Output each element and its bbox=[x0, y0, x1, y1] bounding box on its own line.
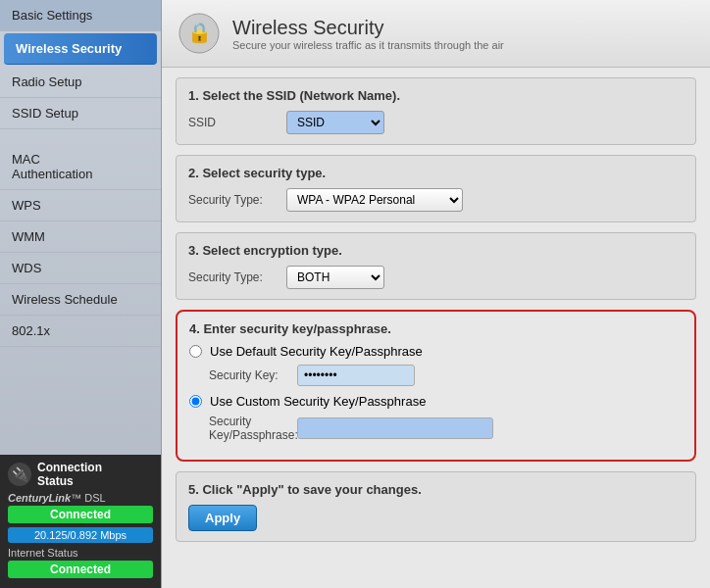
section-2: 2. Select security type. Security Type: … bbox=[176, 155, 696, 222]
apply-button[interactable]: Apply bbox=[188, 505, 257, 531]
section-4-title: 4. Enter security key/passphrase. bbox=[189, 321, 683, 336]
ssid-row: SSID SSID bbox=[188, 111, 684, 134]
sidebar-item-wds[interactable]: WDS bbox=[0, 253, 161, 284]
internet-connected-badge: Connected bbox=[8, 561, 153, 578]
section-5: 5. Click "Apply" to save your changes. A… bbox=[176, 471, 696, 542]
conn-header: 🔌 Connection Status bbox=[8, 461, 153, 488]
security-key-label: Security Key: bbox=[209, 368, 287, 382]
sidebar-item-wireless-schedule[interactable]: Wireless Schedule bbox=[0, 284, 161, 316]
ssid-select[interactable]: SSID bbox=[286, 111, 384, 134]
custom-key-label[interactable]: Use Custom Security Key/Passphrase bbox=[210, 394, 426, 409]
custom-key-radio[interactable] bbox=[189, 395, 202, 408]
default-key-radio[interactable] bbox=[189, 345, 202, 358]
section-3: 3. Select encryption type. Security Type… bbox=[176, 232, 696, 300]
passphrase-row: Security Key/Passphrase: bbox=[209, 415, 683, 442]
connected-badge: Connected bbox=[8, 506, 153, 523]
section-1: 1. Select the SSID (Network Name). SSID … bbox=[176, 77, 696, 145]
section-4: 4. Enter security key/passphrase. Use De… bbox=[176, 310, 696, 462]
isp-label: CenturyLink™ DSL bbox=[8, 492, 153, 504]
sidebar-menu: Basic Settings Wireless Security Radio S… bbox=[0, 0, 161, 455]
default-key-radio-row: Use Default Security Key/Passphrase bbox=[189, 344, 683, 359]
svg-text:🔒: 🔒 bbox=[187, 21, 212, 44]
connection-status-panel: 🔌 Connection Status CenturyLink™ DSL Con… bbox=[0, 455, 161, 588]
page-header: 🔒 Wireless Security Secure your wireless… bbox=[162, 0, 710, 68]
section-3-title: 3. Select encryption type. bbox=[188, 243, 684, 258]
page-title: Wireless Security bbox=[232, 17, 504, 39]
encryption-select[interactable]: BOTH bbox=[286, 266, 384, 289]
main-layout: Basic Settings Wireless Security Radio S… bbox=[0, 0, 710, 588]
sidebar-item-basic-settings[interactable]: Basic Settings bbox=[0, 0, 161, 31]
security-type-select[interactable]: WPA - WPA2 Personal bbox=[286, 188, 463, 212]
page-subtitle: Secure your wireless traffic as it trans… bbox=[232, 39, 504, 51]
sidebar-item-wmm[interactable]: WMM bbox=[0, 221, 161, 253]
security-key-input[interactable] bbox=[297, 365, 415, 386]
custom-key-radio-row: Use Custom Security Key/Passphrase bbox=[189, 394, 683, 409]
content-body: 1. Select the SSID (Network Name). SSID … bbox=[162, 68, 710, 562]
section-1-title: 1. Select the SSID (Network Name). bbox=[188, 88, 684, 103]
wireless-security-icon: 🔒 bbox=[178, 12, 221, 55]
sidebar-item-radio-setup[interactable]: Radio Setup bbox=[0, 67, 161, 98]
sidebar-item-wireless-security[interactable]: Wireless Security bbox=[4, 33, 157, 65]
encryption-label: Security Type: bbox=[188, 270, 277, 284]
conn-title: Connection Status bbox=[37, 461, 102, 488]
speedometer-icon: 🔌 bbox=[8, 463, 31, 486]
security-type-label: Security Type: bbox=[188, 193, 277, 207]
content-area: 🔒 Wireless Security Secure your wireless… bbox=[162, 0, 710, 588]
section-2-title: 2. Select security type. bbox=[188, 166, 684, 180]
sidebar: Basic Settings Wireless Security Radio S… bbox=[0, 0, 162, 588]
security-key-row: Security Key: bbox=[209, 365, 683, 386]
sidebar-item-mac-authentication[interactable]: MAC Authentication bbox=[0, 129, 161, 190]
sidebar-item-8021x[interactable]: 802.1x bbox=[0, 316, 161, 347]
internet-status-label: Internet Status bbox=[8, 547, 153, 559]
section-5-title: 5. Click "Apply" to save your changes. bbox=[188, 482, 684, 497]
passphrase-input[interactable] bbox=[297, 417, 493, 439]
security-type-row: Security Type: WPA - WPA2 Personal bbox=[188, 188, 684, 212]
sidebar-item-ssid-setup[interactable]: SSID Setup bbox=[0, 98, 161, 129]
ssid-label: SSID bbox=[188, 116, 277, 129]
default-key-label[interactable]: Use Default Security Key/Passphrase bbox=[210, 344, 423, 359]
sidebar-item-wps[interactable]: WPS bbox=[0, 190, 161, 221]
speed-badge: 20.125/0.892 Mbps bbox=[8, 527, 153, 543]
passphrase-label: Security Key/Passphrase: bbox=[209, 415, 287, 442]
encryption-type-row: Security Type: BOTH bbox=[188, 266, 684, 289]
